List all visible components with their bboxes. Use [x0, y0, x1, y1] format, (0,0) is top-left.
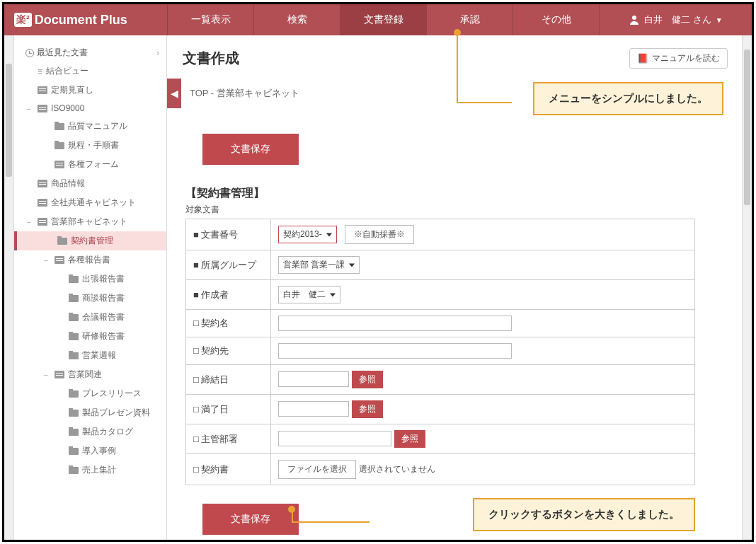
tree-item[interactable]: プレスリリース [14, 384, 166, 403]
cabinet-icon [38, 218, 47, 226]
svg-point-0 [632, 16, 636, 20]
tree-item-label: 商品情報 [51, 178, 85, 190]
tree-item-label: 規程・手順書 [68, 139, 119, 151]
auto-number-button[interactable]: ※自動採番※ [345, 225, 414, 244]
tree-item-label: 結合ビュー [46, 65, 88, 77]
tree-item[interactable]: 営業週報 [14, 346, 166, 365]
nav-item[interactable]: 検索 [253, 4, 340, 35]
collapse-sidebar-handle[interactable]: ◀ [167, 79, 181, 108]
expiry-date-ref-button[interactable]: 参照 [352, 400, 383, 418]
tree-item[interactable]: 研修報告書 [14, 327, 166, 346]
tree-item[interactable]: 商品情報 [14, 174, 166, 193]
nav-item[interactable]: 承認 [426, 4, 512, 35]
folder-icon [55, 142, 64, 149]
logo-mark: 楽² [14, 13, 32, 27]
user-menu[interactable]: 白井 健二 さん ▼ [599, 4, 752, 35]
tree-item-label: 営業部キャビネット [51, 216, 127, 228]
callout-pointer-line [292, 509, 293, 523]
user-name: 白井 健二 さん [644, 13, 711, 26]
doc-number-select[interactable]: 契約2013- [278, 226, 337, 243]
target-label: 対象文書 [185, 204, 728, 216]
tree-item[interactable]: –営業部キャビネット [14, 212, 166, 231]
tree-item-label: 品質マニュアル [68, 120, 127, 132]
scrollbar-thumb[interactable] [6, 64, 12, 177]
expand-icon: – [44, 371, 51, 378]
group-label: ■ 所属グループ [186, 250, 271, 280]
tree-item-label: 契約書管理 [71, 235, 113, 247]
book-icon: 📕 [637, 53, 648, 64]
main-scrollbar[interactable] [742, 35, 752, 540]
contract-party-input[interactable] [278, 343, 512, 359]
group-select[interactable]: 営業部 営業一課 [278, 256, 360, 274]
tree-item-label: 各種報告書 [68, 254, 110, 266]
read-manual-button[interactable]: 📕 マニュアルを読む [629, 48, 728, 69]
tree-item[interactable]: 各種フォーム [14, 155, 166, 174]
tree-item[interactable]: 契約書管理 [14, 231, 166, 250]
tree-item-label: 営業週報 [82, 349, 116, 361]
choose-file-button[interactable]: ファイルを選択 [278, 460, 356, 479]
cabinet-icon [55, 161, 64, 168]
contract-name-input[interactable] [278, 316, 512, 331]
document-form: ■ 文書番号 契約2013- ※自動採番※ ■ 所属グループ 営業部 営業一課 … [185, 219, 695, 485]
tree-item[interactable]: 導入事例 [14, 441, 166, 461]
tree-item[interactable]: 製品カタログ [14, 422, 166, 441]
cabinet-icon [38, 86, 47, 94]
tree-item-label: 全社共通キャビネット [51, 197, 136, 209]
signed-date-label: □ 締結日 [186, 365, 271, 395]
tree-item[interactable]: 全社共通キャビネット [14, 193, 166, 212]
tree-item[interactable]: –営業関連 [14, 365, 166, 384]
contract-name-label: □ 契約名 [186, 310, 271, 337]
tree-item[interactable]: 品質マニュアル [14, 117, 166, 136]
cabinet-icon [38, 180, 47, 187]
dept-ref-button[interactable]: 参照 [394, 430, 425, 448]
logo: 楽² Document Plus [4, 4, 167, 35]
tree-item[interactable]: 会議報告書 [14, 308, 166, 327]
tree-item-label: 出張報告書 [82, 273, 125, 285]
tree-item[interactable]: 商談報告書 [14, 289, 166, 308]
nav-item[interactable]: その他 [512, 4, 599, 35]
folder-icon [69, 352, 79, 359]
section-title: 【契約書管理】 [185, 186, 728, 201]
tree-item[interactable]: 定期見直し [14, 81, 166, 100]
logo-text: Document Plus [35, 13, 127, 28]
folder-icon [69, 333, 79, 340]
tree-item[interactable]: 出張報告書 [14, 270, 166, 289]
callout-menu: メニューをシンプルにしました。 [533, 82, 723, 115]
tree-item[interactable]: –ISO9000 [14, 100, 166, 117]
tree-item-label: 営業関連 [68, 369, 102, 381]
tree-item-label: 商談報告書 [82, 292, 125, 304]
expiry-date-input[interactable] [278, 401, 349, 417]
tree-item-label: 研修報告書 [82, 330, 125, 342]
dept-input[interactable] [278, 431, 391, 446]
folder-icon [69, 314, 79, 321]
tree-item-label: 導入事例 [82, 445, 116, 457]
scrollbar-thumb[interactable] [744, 50, 750, 205]
tree-item[interactable]: 規程・手順書 [14, 136, 166, 155]
dept-label: □ 主管部署 [186, 424, 271, 454]
tree-item[interactable]: 売上集計 [14, 461, 166, 480]
tree-item[interactable]: –各種報告書 [14, 250, 166, 270]
save-document-button-bottom[interactable]: 文書保存 [202, 504, 299, 535]
contract-doc-label: □ 契約書 [186, 454, 271, 485]
page-title: 文書作成 [183, 49, 239, 68]
expand-icon: – [27, 218, 34, 226]
author-select[interactable]: 白井 健二 [278, 286, 340, 303]
tree-item[interactable]: 製品プレゼン資料 [14, 403, 166, 422]
cabinet-icon [55, 371, 64, 378]
dropdown-caret-icon: ▼ [716, 16, 723, 24]
signed-date-ref-button[interactable]: 参照 [352, 371, 383, 388]
sidebar: 最近見た文書 › ≡結合ビュー定期見直し–ISO9000品質マニュアル規程・手順… [4, 35, 167, 540]
tree-item-label: 売上集計 [82, 464, 116, 476]
folder-icon [69, 410, 79, 417]
save-document-button[interactable]: 文書保存 [202, 134, 299, 165]
nav-item[interactable]: 文書登録 [340, 4, 426, 35]
recent-documents-link[interactable]: 最近見た文書 › [14, 44, 166, 62]
sidebar-scrollbar[interactable] [4, 35, 14, 540]
tree-item-label: 各種フォーム [68, 158, 119, 170]
folder-icon [69, 467, 79, 474]
signed-date-input[interactable] [278, 371, 349, 387]
callout-pointer-line [457, 33, 458, 103]
cabinet-icon [55, 256, 64, 264]
tree-item[interactable]: ≡結合ビュー [14, 62, 166, 81]
nav-item[interactable]: 一覧表示 [167, 4, 253, 35]
